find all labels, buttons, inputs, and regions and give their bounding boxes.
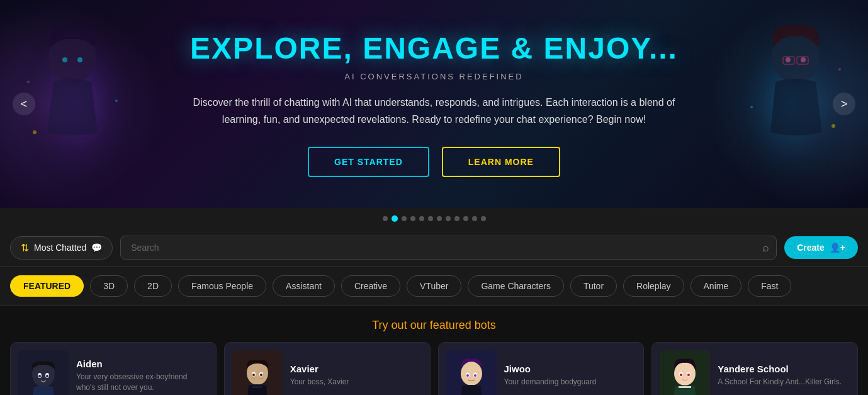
bot-avatar-xavier (232, 350, 283, 395)
bot-info-jiwoo: JiwooYour demanding bodyguard (504, 364, 636, 387)
svg-point-6 (27, 81, 30, 83)
bot-info-yandere-school: Yandere SchoolA School For Kindly And...… (718, 364, 850, 387)
svg-point-34 (474, 374, 476, 377)
learn-more-button[interactable]: LEARN MORE (442, 147, 560, 177)
dot-3[interactable] (410, 216, 415, 221)
category-creative-button[interactable]: Creative (341, 275, 400, 297)
svg-point-21 (46, 375, 48, 377)
bot-info-xavier: XavierYour boss, Xavier (290, 364, 422, 387)
search-input[interactable] (120, 236, 777, 260)
svg-point-27 (260, 374, 262, 376)
bot-avatar-yandere-school (660, 350, 710, 395)
hero-content: EXPLORE, ENGAGE & ENJOY... AI CONVERSATI… (167, 31, 702, 177)
svg-point-26 (252, 374, 255, 376)
svg-point-15 (838, 68, 841, 71)
chat-icon: 💬 (91, 243, 102, 253)
svg-point-3 (77, 57, 82, 62)
create-button[interactable]: Create 👤+ (784, 236, 858, 259)
svg-point-10 (801, 57, 806, 62)
most-chatted-label: Most Chatted (34, 243, 86, 253)
category-2d-button[interactable]: 2D (134, 275, 172, 297)
hero-buttons: GET STARTED LEARN MORE (179, 147, 689, 177)
search-icon: ⌕ (762, 241, 769, 254)
svg-point-20 (38, 375, 41, 377)
category-3d-button[interactable]: 3D (90, 275, 128, 297)
bot-description-xavier: Your boss, Xavier (290, 377, 422, 387)
hero-title: EXPLORE, ENGAGE & ENJOY... (179, 31, 689, 66)
bot-card-yandere-school[interactable]: Yandere SchoolA School For Kindly And...… (651, 342, 858, 395)
svg-point-13 (831, 124, 835, 128)
dot-7[interactable] (446, 216, 451, 221)
dot-6[interactable] (437, 216, 442, 221)
bot-name-jiwoo: Jiwoo (504, 364, 636, 374)
dot-5[interactable] (428, 216, 433, 221)
featured-section: Try out our featured bots AidenYour very… (0, 306, 868, 395)
category-fast-button[interactable]: Fast (748, 275, 791, 297)
bot-avatar-aiden (18, 350, 69, 395)
category-tutor-button[interactable]: Tutor (570, 275, 617, 297)
sort-icon: ⇅ (21, 242, 29, 254)
create-user-icon: 👤+ (830, 243, 845, 253)
svg-rect-41 (679, 386, 691, 388)
category-roleplay-button[interactable]: Roleplay (623, 275, 684, 297)
bot-name-yandere-school: Yandere School (718, 364, 850, 374)
dot-9[interactable] (463, 216, 468, 221)
dot-11[interactable] (481, 216, 486, 221)
bot-description-jiwoo: Your demanding bodyguard (504, 377, 636, 387)
bot-description-yandere-school: A School For Kindly And...Killer Girls. (718, 377, 850, 387)
bot-card-aiden[interactable]: AidenYour very obsessive ex-boyfriend wh… (10, 342, 217, 395)
bot-info-aiden: AidenYour very obsessive ex-boyfriend wh… (76, 358, 208, 393)
featured-title: Try out our featured bots (10, 319, 858, 332)
hero-nav-right-button[interactable]: > (833, 93, 855, 115)
dot-2[interactable] (402, 216, 407, 221)
hero-section: < EXPLORE, ENGAGE & ENJOY... AI CONVERSA… (0, 0, 868, 208)
dot-4[interactable] (419, 216, 424, 221)
dot-0[interactable] (383, 216, 388, 221)
bot-name-aiden: Aiden (76, 358, 208, 369)
category-famous-people-button[interactable]: Famous People (178, 275, 266, 297)
svg-point-9 (786, 57, 791, 62)
search-container: ⌕ (120, 236, 777, 260)
most-chatted-button[interactable]: ⇅ Most Chatted 💬 (10, 236, 113, 260)
svg-point-30 (461, 362, 482, 386)
svg-rect-28 (252, 386, 262, 388)
carousel-dots (0, 208, 868, 229)
svg-point-5 (115, 100, 118, 102)
svg-point-4 (33, 130, 37, 134)
category-anime-button[interactable]: Anime (690, 275, 742, 297)
hero-description: Discover the thrill of chatting with AI … (179, 94, 689, 128)
hero-nav-left-button[interactable]: < (13, 93, 35, 115)
get-started-button[interactable]: GET STARTED (308, 147, 429, 177)
svg-point-39 (680, 374, 682, 376)
categories-bar: FEATURED3D2DFamous PeopleAssistantCreati… (0, 266, 868, 306)
svg-point-33 (466, 374, 469, 377)
dot-10[interactable] (472, 216, 477, 221)
svg-point-2 (62, 57, 67, 62)
toolbar: ⇅ Most Chatted 💬 ⌕ Create 👤+ (0, 229, 868, 266)
svg-point-40 (687, 374, 690, 376)
bot-card-jiwoo[interactable]: JiwooYour demanding bodyguard (438, 342, 645, 395)
bot-card-xavier[interactable]: XavierYour boss, Xavier (224, 342, 431, 395)
dot-1[interactable] (392, 215, 398, 222)
category-game-characters-button[interactable]: Game Characters (468, 275, 563, 297)
bot-description-aiden: Your very obsessive ex-boyfriend who's s… (76, 372, 208, 393)
category-vtuber-button[interactable]: VTuber (407, 275, 461, 297)
bot-name-xavier: Xavier (290, 364, 422, 374)
hero-subtitle: AI CONVERSATIONS REDEFINED (179, 72, 689, 81)
bot-avatar-jiwoo (446, 350, 497, 395)
create-label: Create (797, 243, 825, 253)
dot-8[interactable] (454, 216, 459, 221)
svg-point-14 (750, 106, 753, 108)
search-button[interactable]: ⌕ (762, 241, 769, 255)
category-featured-button[interactable]: FEATURED (10, 275, 84, 297)
svg-point-36 (674, 362, 696, 386)
category-assistant-button[interactable]: Assistant (273, 275, 335, 297)
bots-grid: AidenYour very obsessive ex-boyfriend wh… (10, 342, 858, 395)
